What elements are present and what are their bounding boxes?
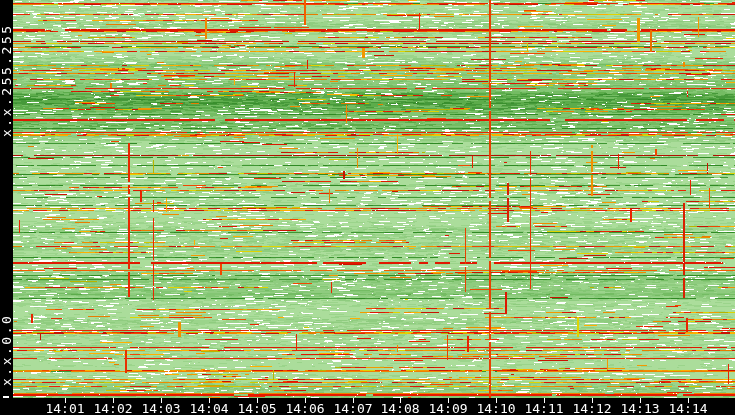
network-traffic-visualization: x.x.255.255 x.x.0.0 14:0114:0214:0314:04… [0, 0, 735, 415]
x-tick-label: 14:01 [41, 402, 89, 415]
x-tick-label: 14:12 [568, 402, 616, 415]
x-tick-label: 14:11 [520, 402, 568, 415]
x-tick-label: 14:02 [89, 402, 137, 415]
y-axis-min-label: x.x.0.0 [0, 314, 13, 386]
x-tick-label: 14:04 [185, 402, 233, 415]
x-axis: 14:0114:0214:0314:0414:0514:0614:0714:08… [0, 398, 735, 415]
x-tick-label: 14:09 [424, 402, 472, 415]
x-tick-label: 14:06 [281, 402, 329, 415]
x-tick-label: 14:08 [376, 402, 424, 415]
traffic-plot-canvas [0, 0, 735, 415]
x-tick-label: 14:10 [472, 402, 520, 415]
x-tick-label: 14:14 [664, 402, 712, 415]
x-tick-label: 14:13 [616, 402, 664, 415]
x-tick-label: 14:03 [137, 402, 185, 415]
x-tick-label: 14:07 [329, 402, 377, 415]
y-axis-max-label: x.x.255.255 [0, 23, 13, 137]
x-tick-label: 14:05 [233, 402, 281, 415]
